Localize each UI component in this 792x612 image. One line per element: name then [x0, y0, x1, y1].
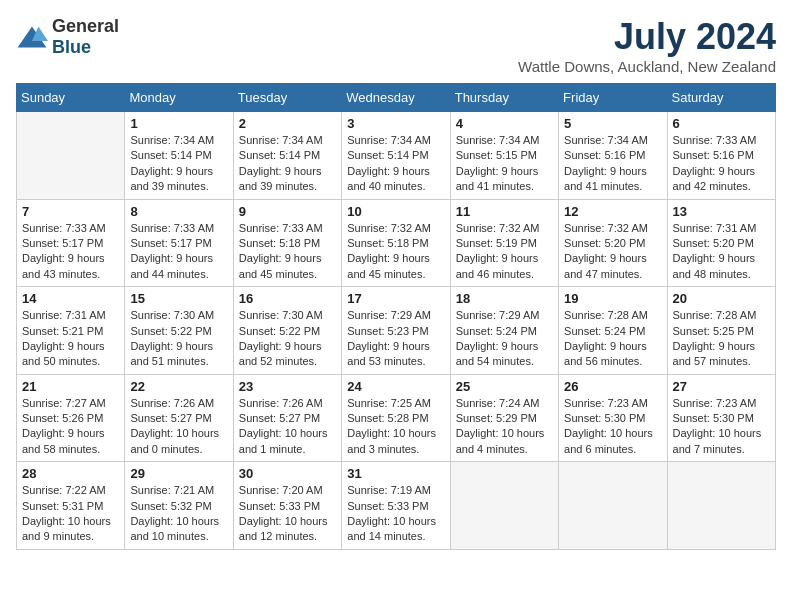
week-row: 28Sunrise: 7:22 AMSunset: 5:31 PMDayligh… — [17, 462, 776, 550]
day-info: Sunrise: 7:26 AMSunset: 5:27 PMDaylight:… — [130, 396, 227, 458]
calendar-cell: 20Sunrise: 7:28 AMSunset: 5:25 PMDayligh… — [667, 287, 775, 375]
day-number: 4 — [456, 116, 553, 131]
calendar-cell: 27Sunrise: 7:23 AMSunset: 5:30 PMDayligh… — [667, 374, 775, 462]
day-number: 7 — [22, 204, 119, 219]
calendar-cell: 4Sunrise: 7:34 AMSunset: 5:15 PMDaylight… — [450, 112, 558, 200]
day-info: Sunrise: 7:33 AMSunset: 5:17 PMDaylight:… — [22, 221, 119, 283]
day-info: Sunrise: 7:24 AMSunset: 5:29 PMDaylight:… — [456, 396, 553, 458]
day-info: Sunrise: 7:28 AMSunset: 5:24 PMDaylight:… — [564, 308, 661, 370]
weekday-header: Thursday — [450, 84, 558, 112]
day-number: 2 — [239, 116, 336, 131]
day-info: Sunrise: 7:31 AMSunset: 5:21 PMDaylight:… — [22, 308, 119, 370]
day-number: 29 — [130, 466, 227, 481]
weekday-header: Friday — [559, 84, 667, 112]
calendar-cell: 15Sunrise: 7:30 AMSunset: 5:22 PMDayligh… — [125, 287, 233, 375]
day-info: Sunrise: 7:20 AMSunset: 5:33 PMDaylight:… — [239, 483, 336, 545]
weekday-header: Saturday — [667, 84, 775, 112]
day-number: 11 — [456, 204, 553, 219]
day-number: 5 — [564, 116, 661, 131]
day-number: 20 — [673, 291, 770, 306]
day-number: 12 — [564, 204, 661, 219]
day-number: 17 — [347, 291, 444, 306]
day-info: Sunrise: 7:29 AMSunset: 5:24 PMDaylight:… — [456, 308, 553, 370]
calendar-cell — [667, 462, 775, 550]
day-info: Sunrise: 7:25 AMSunset: 5:28 PMDaylight:… — [347, 396, 444, 458]
day-info: Sunrise: 7:21 AMSunset: 5:32 PMDaylight:… — [130, 483, 227, 545]
day-info: Sunrise: 7:33 AMSunset: 5:18 PMDaylight:… — [239, 221, 336, 283]
week-row: 1Sunrise: 7:34 AMSunset: 5:14 PMDaylight… — [17, 112, 776, 200]
day-number: 27 — [673, 379, 770, 394]
calendar-cell: 17Sunrise: 7:29 AMSunset: 5:23 PMDayligh… — [342, 287, 450, 375]
title-area: July 2024 Wattle Downs, Auckland, New Ze… — [518, 16, 776, 75]
calendar-cell: 13Sunrise: 7:31 AMSunset: 5:20 PMDayligh… — [667, 199, 775, 287]
day-info: Sunrise: 7:30 AMSunset: 5:22 PMDaylight:… — [130, 308, 227, 370]
calendar-cell: 19Sunrise: 7:28 AMSunset: 5:24 PMDayligh… — [559, 287, 667, 375]
logo-blue: Blue — [52, 37, 91, 57]
day-info: Sunrise: 7:34 AMSunset: 5:14 PMDaylight:… — [130, 133, 227, 195]
calendar-cell: 12Sunrise: 7:32 AMSunset: 5:20 PMDayligh… — [559, 199, 667, 287]
calendar-cell: 7Sunrise: 7:33 AMSunset: 5:17 PMDaylight… — [17, 199, 125, 287]
calendar-cell: 2Sunrise: 7:34 AMSunset: 5:14 PMDaylight… — [233, 112, 341, 200]
weekday-header: Sunday — [17, 84, 125, 112]
day-number: 10 — [347, 204, 444, 219]
calendar-cell: 31Sunrise: 7:19 AMSunset: 5:33 PMDayligh… — [342, 462, 450, 550]
day-info: Sunrise: 7:30 AMSunset: 5:22 PMDaylight:… — [239, 308, 336, 370]
calendar-cell: 10Sunrise: 7:32 AMSunset: 5:18 PMDayligh… — [342, 199, 450, 287]
calendar-cell: 25Sunrise: 7:24 AMSunset: 5:29 PMDayligh… — [450, 374, 558, 462]
day-info: Sunrise: 7:32 AMSunset: 5:18 PMDaylight:… — [347, 221, 444, 283]
calendar-cell: 9Sunrise: 7:33 AMSunset: 5:18 PMDaylight… — [233, 199, 341, 287]
calendar-cell: 22Sunrise: 7:26 AMSunset: 5:27 PMDayligh… — [125, 374, 233, 462]
calendar-cell: 1Sunrise: 7:34 AMSunset: 5:14 PMDaylight… — [125, 112, 233, 200]
day-info: Sunrise: 7:34 AMSunset: 5:16 PMDaylight:… — [564, 133, 661, 195]
day-number: 28 — [22, 466, 119, 481]
day-number: 22 — [130, 379, 227, 394]
calendar-table: SundayMondayTuesdayWednesdayThursdayFrid… — [16, 83, 776, 550]
calendar-cell: 21Sunrise: 7:27 AMSunset: 5:26 PMDayligh… — [17, 374, 125, 462]
day-info: Sunrise: 7:23 AMSunset: 5:30 PMDaylight:… — [564, 396, 661, 458]
day-number: 14 — [22, 291, 119, 306]
day-info: Sunrise: 7:34 AMSunset: 5:14 PMDaylight:… — [347, 133, 444, 195]
day-number: 25 — [456, 379, 553, 394]
day-number: 18 — [456, 291, 553, 306]
calendar-cell — [17, 112, 125, 200]
calendar-cell: 6Sunrise: 7:33 AMSunset: 5:16 PMDaylight… — [667, 112, 775, 200]
day-info: Sunrise: 7:28 AMSunset: 5:25 PMDaylight:… — [673, 308, 770, 370]
day-info: Sunrise: 7:22 AMSunset: 5:31 PMDaylight:… — [22, 483, 119, 545]
calendar-cell: 28Sunrise: 7:22 AMSunset: 5:31 PMDayligh… — [17, 462, 125, 550]
day-number: 23 — [239, 379, 336, 394]
logo: General Blue — [16, 16, 119, 58]
day-number: 9 — [239, 204, 336, 219]
day-info: Sunrise: 7:23 AMSunset: 5:30 PMDaylight:… — [673, 396, 770, 458]
week-row: 14Sunrise: 7:31 AMSunset: 5:21 PMDayligh… — [17, 287, 776, 375]
day-number: 13 — [673, 204, 770, 219]
day-info: Sunrise: 7:26 AMSunset: 5:27 PMDaylight:… — [239, 396, 336, 458]
day-info: Sunrise: 7:33 AMSunset: 5:16 PMDaylight:… — [673, 133, 770, 195]
calendar-cell: 18Sunrise: 7:29 AMSunset: 5:24 PMDayligh… — [450, 287, 558, 375]
calendar-cell — [559, 462, 667, 550]
logo-icon — [16, 25, 48, 49]
day-number: 21 — [22, 379, 119, 394]
week-row: 7Sunrise: 7:33 AMSunset: 5:17 PMDaylight… — [17, 199, 776, 287]
day-info: Sunrise: 7:33 AMSunset: 5:17 PMDaylight:… — [130, 221, 227, 283]
logo-general: General — [52, 16, 119, 36]
day-number: 16 — [239, 291, 336, 306]
page-header: General Blue July 2024 Wattle Downs, Auc… — [16, 16, 776, 75]
day-info: Sunrise: 7:32 AMSunset: 5:19 PMDaylight:… — [456, 221, 553, 283]
day-info: Sunrise: 7:34 AMSunset: 5:14 PMDaylight:… — [239, 133, 336, 195]
calendar-cell: 11Sunrise: 7:32 AMSunset: 5:19 PMDayligh… — [450, 199, 558, 287]
calendar-cell: 14Sunrise: 7:31 AMSunset: 5:21 PMDayligh… — [17, 287, 125, 375]
location-title: Wattle Downs, Auckland, New Zealand — [518, 58, 776, 75]
weekday-header-row: SundayMondayTuesdayWednesdayThursdayFrid… — [17, 84, 776, 112]
day-info: Sunrise: 7:31 AMSunset: 5:20 PMDaylight:… — [673, 221, 770, 283]
day-info: Sunrise: 7:34 AMSunset: 5:15 PMDaylight:… — [456, 133, 553, 195]
day-info: Sunrise: 7:19 AMSunset: 5:33 PMDaylight:… — [347, 483, 444, 545]
day-number: 19 — [564, 291, 661, 306]
calendar-cell: 29Sunrise: 7:21 AMSunset: 5:32 PMDayligh… — [125, 462, 233, 550]
weekday-header: Wednesday — [342, 84, 450, 112]
weekday-header: Monday — [125, 84, 233, 112]
day-number: 26 — [564, 379, 661, 394]
day-info: Sunrise: 7:29 AMSunset: 5:23 PMDaylight:… — [347, 308, 444, 370]
day-number: 31 — [347, 466, 444, 481]
calendar-cell: 5Sunrise: 7:34 AMSunset: 5:16 PMDaylight… — [559, 112, 667, 200]
calendar-cell — [450, 462, 558, 550]
